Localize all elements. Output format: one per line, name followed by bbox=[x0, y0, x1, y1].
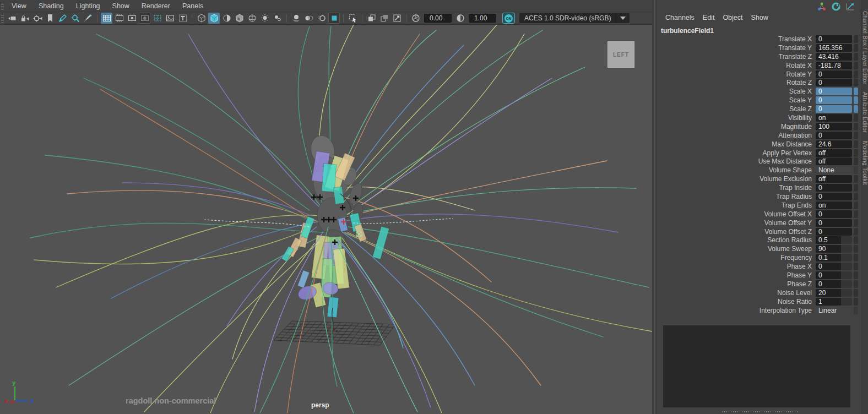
image-plane-left[interactable]: LEFT bbox=[607, 41, 634, 68]
channel-slider-handle[interactable] bbox=[854, 149, 858, 157]
attribute-value-field[interactable]: 0 bbox=[816, 271, 852, 279]
channel-slider-handle[interactable] bbox=[854, 114, 858, 122]
chevron-down-icon[interactable] bbox=[616, 13, 630, 23]
camera-icon[interactable] bbox=[6, 13, 18, 24]
channelbox-menu-edit[interactable]: Edit bbox=[703, 14, 715, 21]
half-sphere-icon[interactable] bbox=[221, 13, 232, 24]
menu-renderer[interactable]: Renderer bbox=[135, 0, 176, 12]
attribute-value-field[interactable]: 165.356 bbox=[816, 44, 852, 52]
attribute-value-field[interactable]: 0 bbox=[816, 184, 852, 192]
channel-slider-handle[interactable] bbox=[854, 193, 858, 200]
colorspace-on-toggle[interactable]: ON bbox=[502, 13, 515, 24]
attribute-value-field[interactable]: 0 bbox=[816, 88, 852, 95]
attribute-value-field[interactable]: 0 bbox=[816, 210, 852, 218]
layer-editor-area[interactable] bbox=[663, 325, 850, 407]
channel-slider-handle[interactable] bbox=[854, 271, 858, 279]
attribute-value-field[interactable]: 1 bbox=[816, 298, 852, 306]
channel-slider-handle[interactable] bbox=[854, 219, 858, 227]
attribute-value-field[interactable]: off bbox=[816, 175, 852, 183]
channel-slider-handle[interactable] bbox=[854, 307, 858, 314]
camera-settings-icon[interactable] bbox=[31, 13, 43, 24]
attribute-value-field[interactable]: -181.78 bbox=[816, 62, 852, 69]
gate-mask-icon[interactable] bbox=[139, 13, 150, 24]
attribute-value-field[interactable]: 0.5 bbox=[816, 236, 852, 244]
layer-editor-grip[interactable] bbox=[722, 411, 799, 412]
attribute-value-field[interactable]: 0 bbox=[816, 35, 852, 43]
channel-slider-handle[interactable] bbox=[854, 289, 858, 297]
channel-slider-handle[interactable] bbox=[854, 184, 858, 192]
menu-show[interactable]: Show bbox=[106, 0, 135, 12]
channel-slider-handle[interactable] bbox=[854, 105, 858, 113]
channel-slider-handle[interactable] bbox=[854, 236, 858, 244]
channel-slider-handle[interactable] bbox=[854, 44, 858, 52]
graph-icon[interactable] bbox=[845, 2, 855, 12]
image-plane-icon[interactable] bbox=[164, 13, 176, 24]
attribute-value-field[interactable]: None bbox=[816, 166, 852, 174]
channel-slider-handle[interactable] bbox=[854, 210, 858, 218]
menu-view[interactable]: View bbox=[6, 0, 32, 12]
panel-splitter[interactable] bbox=[654, 0, 657, 414]
channel-slider-handle[interactable] bbox=[854, 166, 858, 174]
grid-icon[interactable] bbox=[101, 13, 112, 24]
channel-slider-handle[interactable] bbox=[854, 245, 858, 253]
channel-slider-handle[interactable] bbox=[854, 228, 858, 236]
shaded-cube-icon[interactable] bbox=[208, 13, 220, 24]
select-cursor-icon[interactable] bbox=[347, 13, 359, 24]
wireframe-cube-icon[interactable] bbox=[196, 13, 207, 24]
default-light-icon[interactable] bbox=[259, 13, 270, 24]
bookmark-icon[interactable] bbox=[44, 13, 56, 24]
toolbar-grip[interactable] bbox=[1, 14, 4, 23]
channel-slider-handle[interactable] bbox=[854, 175, 858, 183]
anti-alias-icon[interactable] bbox=[328, 13, 340, 24]
channel-slider-handle[interactable] bbox=[854, 96, 858, 104]
channel-slider-handle[interactable] bbox=[854, 254, 858, 262]
pivot-icon[interactable] bbox=[817, 2, 827, 12]
attribute-value-field[interactable]: on bbox=[816, 201, 852, 209]
exposure-field[interactable]: 0.00 bbox=[424, 14, 452, 23]
channelbox-menu-object[interactable]: Object bbox=[723, 14, 742, 21]
isolate-front-icon[interactable] bbox=[366, 13, 377, 24]
channelbox-menu-show[interactable]: Show bbox=[751, 14, 768, 21]
field-chart-icon[interactable] bbox=[151, 13, 163, 24]
attribute-value-field[interactable]: 90 bbox=[816, 245, 852, 253]
attribute-value-field[interactable]: 0 bbox=[816, 96, 852, 104]
channel-slider-handle[interactable] bbox=[854, 88, 858, 95]
channel-slider-handle[interactable] bbox=[854, 140, 858, 148]
attribute-value-field[interactable]: 0 bbox=[816, 219, 852, 227]
ao-icon[interactable] bbox=[303, 13, 314, 24]
channel-slider-handle[interactable] bbox=[854, 298, 858, 306]
exposure-icon[interactable] bbox=[410, 13, 421, 24]
channelbox-menu-channels[interactable]: Channels bbox=[665, 14, 695, 21]
gamma-field[interactable]: 1.00 bbox=[469, 14, 496, 23]
shadows-icon[interactable] bbox=[290, 13, 302, 24]
node-name[interactable]: turbulenceField1 bbox=[661, 27, 714, 35]
attribute-value-field[interactable]: 0 bbox=[816, 79, 852, 86]
checker-sphere-icon[interactable] bbox=[246, 13, 258, 24]
channel-slider-handle[interactable] bbox=[854, 35, 858, 43]
attribute-value-field[interactable]: 100 bbox=[816, 123, 852, 130]
attribute-value-field[interactable]: 0 bbox=[816, 228, 852, 236]
sidebar-tab-attribute-editor[interactable]: Attribute Editor bbox=[862, 92, 868, 133]
hud-text-icon[interactable] bbox=[177, 13, 188, 24]
attribute-value-field[interactable]: 0 bbox=[816, 70, 852, 78]
gamma-icon[interactable] bbox=[454, 13, 466, 24]
channel-slider-handle[interactable] bbox=[854, 201, 858, 209]
attribute-value-field[interactable]: 20 bbox=[816, 289, 852, 297]
channel-slider-handle[interactable] bbox=[854, 132, 858, 139]
attribute-value-field[interactable]: 0 bbox=[816, 280, 852, 288]
grease-pencil-icon[interactable] bbox=[57, 13, 68, 24]
channel-slider-handle[interactable] bbox=[854, 157, 858, 165]
attribute-value-field[interactable]: off bbox=[816, 149, 852, 157]
sidebar-tab-modeling-toolkit[interactable]: Modeling Toolkit bbox=[862, 141, 868, 185]
channel-slider-handle[interactable] bbox=[854, 53, 858, 61]
channel-slider-handle[interactable] bbox=[854, 62, 858, 69]
attribute-value-field[interactable]: 0 bbox=[816, 132, 852, 139]
ragdoll-icon[interactable] bbox=[831, 2, 841, 12]
sidebar-tab-channel-box-layer-editor[interactable]: Channel Box / Layer Editor bbox=[862, 11, 868, 84]
attribute-value-field[interactable]: 0.1 bbox=[816, 254, 852, 262]
attribute-value-field[interactable]: 0 bbox=[816, 263, 852, 270]
viewport-3d[interactable]: y z x LEFT ragdoll non-commercial persp bbox=[0, 25, 652, 414]
attribute-value-field[interactable]: 0 bbox=[816, 105, 852, 113]
attribute-value-field[interactable]: 24.6 bbox=[816, 140, 852, 148]
channel-slider-handle[interactable] bbox=[854, 79, 858, 86]
